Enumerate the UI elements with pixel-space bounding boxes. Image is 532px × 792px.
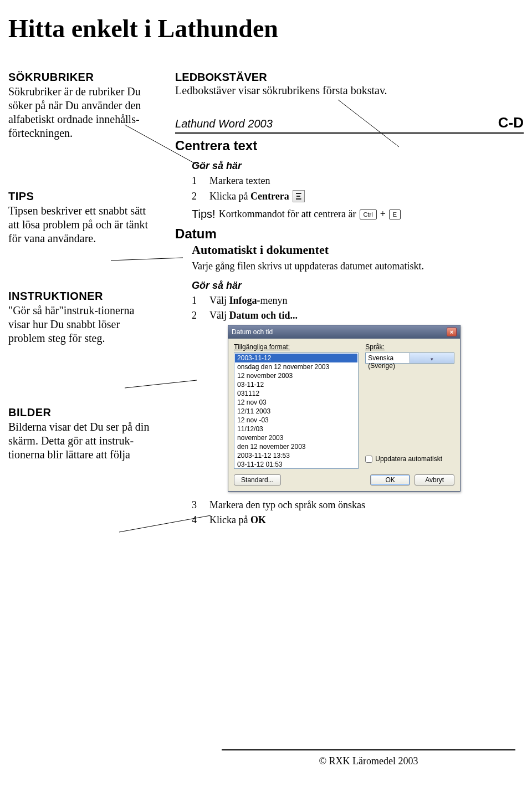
step-1-2: 2 Klicka på Centrera <box>192 190 524 202</box>
format-item[interactable]: 12 nov 03 <box>235 398 357 407</box>
bilder-block: BILDER Bilderna visar det Du ser på din … <box>8 406 156 462</box>
kbd-ctrl: Ctrl <box>360 210 377 219</box>
format-item[interactable]: den 12 november 2003 <box>235 442 357 451</box>
step-post: menyn <box>260 295 288 306</box>
instruktioner-label: INSTRUKTIONER <box>8 290 156 303</box>
format-item[interactable]: onsdag den 12 november 2003 <box>235 362 357 371</box>
dialog-title-text: Datum och tid <box>232 328 273 336</box>
dialog-titlebar[interactable]: Datum och tid × <box>228 325 460 339</box>
language-combo[interactable]: Svenska (Sverige) ▾ <box>365 352 454 364</box>
cancel-button[interactable]: Avbryt <box>415 474 454 486</box>
format-item[interactable]: 12 nov -03 <box>235 416 357 425</box>
step-pre: Klicka på <box>209 191 250 202</box>
footer-divider <box>222 749 515 750</box>
chevron-down-icon[interactable]: ▾ <box>410 353 454 363</box>
page-banner: Lathund Word 2003 C-D <box>175 114 524 134</box>
copyright: © RXK Läromedel 2003 <box>222 755 515 767</box>
step-pre: Välj <box>209 310 229 321</box>
tips-text: Kortkommandot för att centrera är <box>219 208 356 220</box>
format-item[interactable]: 12/11 2003 <box>235 407 357 416</box>
step-pre: Klicka på <box>209 514 250 525</box>
sokrubriker-label: SÖKRUBRIKER <box>8 71 156 84</box>
page-title: Hitta enkelt i Lathunden <box>8 14 532 43</box>
format-item[interactable]: 2003-11-12 <box>235 354 357 362</box>
tips-label: TIPS <box>8 190 156 203</box>
tips-body: Tipsen beskriver ett snabbt sätt att lös… <box>8 204 156 246</box>
tips-word: Tips! <box>192 208 216 221</box>
step-num: 2 <box>192 310 209 321</box>
banner-right: C-D <box>498 114 524 131</box>
tips-line: Tips! Kortkommandot för att centrera är … <box>192 208 524 221</box>
checkbox-input[interactable] <box>365 456 372 463</box>
step-2-1: 1 Välj Infoga-menyn <box>192 295 524 306</box>
sokrubriker-body: Sökrubriker är de rubriker Du söker på n… <box>8 85 156 140</box>
datum-sub-bold: Automatiskt i dokumentet <box>192 243 524 257</box>
format-item[interactable]: 03-11-12 <box>235 380 357 389</box>
step-text: Klicka på OK <box>209 514 266 526</box>
step-2-4: 4 Klicka på OK <box>192 514 524 526</box>
formats-listbox[interactable]: 2003-11-12onsdag den 12 november 200312 … <box>234 352 359 469</box>
step-num: 1 <box>192 295 209 306</box>
format-item[interactable]: 11/12/03 <box>235 425 357 433</box>
banner-left: Lathund Word 2003 <box>175 117 273 130</box>
tips-block: TIPS Tipsen beskriver ett snabbt sätt at… <box>8 190 156 246</box>
datum-heading: Datum <box>175 226 524 242</box>
ledbokstaver-body: Ledbokstäver visar sökrubrikens första b… <box>175 84 524 98</box>
standard-button[interactable]: Standard... <box>234 474 281 486</box>
format-item[interactable]: 2003-11-12 13:53 <box>235 451 357 460</box>
step-text: Markera texten <box>209 175 270 187</box>
bilder-body: Bilderna visar det Du ser på din skärm. … <box>8 420 156 462</box>
step-text: Markera den typ och språk som önskas <box>209 499 365 511</box>
center-align-icon <box>293 190 305 202</box>
formats-label: Tillgängliga format: <box>234 343 290 351</box>
step-text: Välj Infoga-menyn <box>209 295 288 306</box>
step-1-1: 1 Markera texten <box>192 175 524 187</box>
step-bold: Infoga- <box>229 295 260 306</box>
update-auto-label: Uppdatera automatiskt <box>375 455 442 463</box>
gor-sa-har-2: Gör så här <box>192 280 524 292</box>
sokrubriker-block: SÖKRUBRIKER Sökrubriker är de rubriker D… <box>8 71 156 140</box>
instruktioner-block: INSTRUKTIONER "Gör så här"instruk-tioner… <box>8 290 156 345</box>
language-value: Svenska (Sverige) <box>366 353 410 363</box>
close-icon[interactable]: × <box>447 328 457 336</box>
step-2-2: 2 Välj Datum och tid... <box>192 310 524 321</box>
step-text: Klicka på Centrera <box>209 191 289 202</box>
step-pre: Välj <box>209 295 229 306</box>
step-bold: Datum och tid... <box>229 310 298 321</box>
instruktioner-body: "Gör så här"instruk-tionerna visar hur D… <box>8 304 156 345</box>
format-item[interactable]: 03-11-12 01:53 <box>235 460 357 469</box>
datum-para: Varje gång filen skrivs ut uppdateras da… <box>192 260 524 272</box>
step-bold: Centrera <box>250 191 289 202</box>
format-item[interactable]: 12 november 2003 <box>235 371 357 380</box>
ok-button[interactable]: OK <box>370 474 410 486</box>
language-label: Språk: <box>365 343 385 351</box>
step-bold: OK <box>250 514 266 525</box>
step-num: 2 <box>192 191 209 202</box>
step-num: 4 <box>192 514 209 526</box>
centrera-heading: Centrera text <box>175 138 524 154</box>
step-num: 1 <box>192 175 209 187</box>
kbd-e: E <box>389 210 401 219</box>
step-text: Välj Datum och tid... <box>209 310 298 321</box>
gor-sa-har-1: Gör så här <box>192 160 524 172</box>
date-time-dialog: Datum och tid × Tillgängliga format: 200… <box>228 325 461 492</box>
format-item[interactable]: 031112 <box>235 389 357 398</box>
bilder-label: BILDER <box>8 406 156 419</box>
step-2-3: 3 Markera den typ och språk som önskas <box>192 499 524 511</box>
step-num: 3 <box>192 499 209 511</box>
update-auto-checkbox[interactable]: Uppdatera automatiskt <box>365 455 454 463</box>
kbd-plus: + <box>380 208 386 220</box>
ledbokstaver-label: LEDBOKSTÄVER <box>175 71 524 84</box>
format-item[interactable]: november 2003 <box>235 433 357 442</box>
